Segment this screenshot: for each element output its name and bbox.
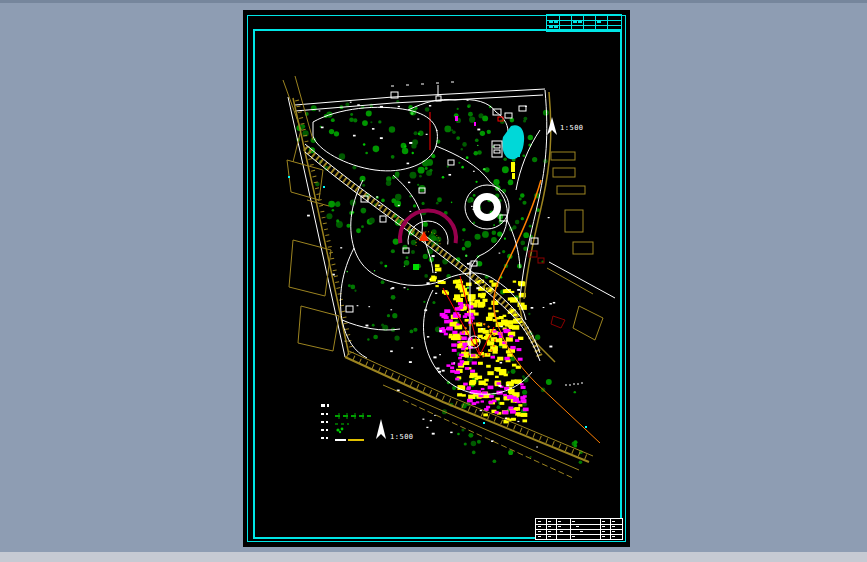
cad-viewer-background: 1:500 1:500: [0, 0, 867, 562]
south-road: [345, 357, 589, 462]
window-top-strip: [0, 0, 867, 3]
title-block: [535, 518, 623, 540]
north-arrow-top-icon: [547, 117, 557, 135]
scale-label-top: 1:500: [560, 124, 584, 132]
scale-label-bottom: 1:500: [390, 433, 414, 441]
legend-swatch-ground-cover: [336, 428, 339, 431]
pool: [502, 125, 524, 159]
north-arrow-bottom-icon: [376, 419, 386, 439]
drawing-sheet[interactable]: 1:500 1:500: [243, 10, 630, 547]
legend-title-mark: [321, 404, 325, 407]
window-bottom-strip: [0, 552, 867, 562]
revision-table: [546, 14, 622, 32]
plaza-ring: [477, 197, 498, 218]
green-square: [413, 264, 419, 270]
site-plan-drawing: 1:500 1:500: [243, 10, 630, 547]
